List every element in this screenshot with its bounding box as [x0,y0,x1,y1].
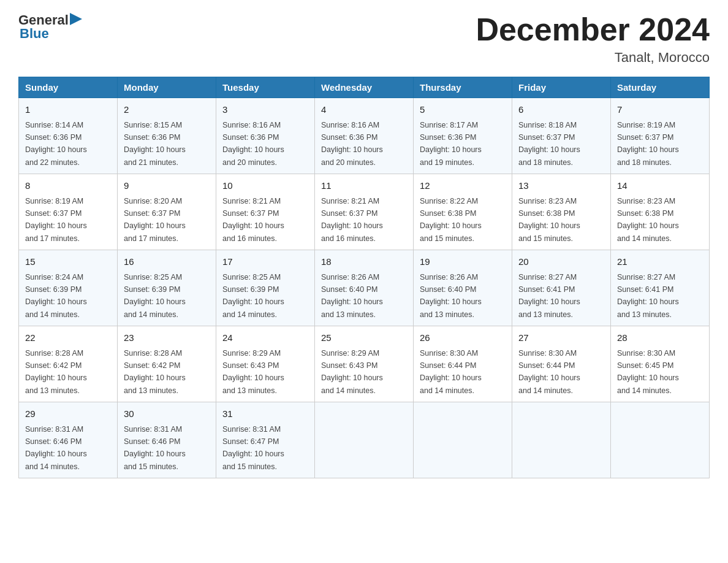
day-number: 13 [518,179,604,193]
day-info: Sunrise: 8:23 AMSunset: 6:38 PMDaylight:… [617,197,679,243]
day-number: 18 [321,255,407,269]
calendar-cell: 18Sunrise: 8:26 AMSunset: 6:40 PMDayligh… [315,250,414,326]
day-number: 31 [222,407,308,421]
day-number: 3 [222,103,308,117]
day-number: 28 [617,331,703,345]
weekday-header-thursday: Thursday [414,77,512,98]
calendar-cell [611,402,710,478]
day-info: Sunrise: 8:20 AMSunset: 6:37 PMDaylight:… [124,197,186,243]
day-info: Sunrise: 8:28 AMSunset: 6:42 PMDaylight:… [124,349,186,395]
day-number: 15 [25,255,111,269]
day-info: Sunrise: 8:16 AMSunset: 6:36 PMDaylight:… [321,121,383,167]
weekday-header-friday: Friday [512,77,611,98]
day-number: 19 [420,255,506,269]
calendar-cell: 15Sunrise: 8:24 AMSunset: 6:39 PMDayligh… [19,250,118,326]
calendar-cell: 26Sunrise: 8:30 AMSunset: 6:44 PMDayligh… [414,326,512,402]
calendar-cell: 28Sunrise: 8:30 AMSunset: 6:45 PMDayligh… [611,326,710,402]
day-number: 20 [518,255,604,269]
logo: General Blue [18,12,82,42]
day-info: Sunrise: 8:31 AMSunset: 6:47 PMDaylight:… [222,425,284,471]
calendar-cell: 27Sunrise: 8:30 AMSunset: 6:44 PMDayligh… [512,326,611,402]
day-info: Sunrise: 8:27 AMSunset: 6:41 PMDaylight:… [518,273,580,319]
svg-marker-0 [70,13,82,25]
day-number: 7 [617,103,703,117]
day-number: 21 [617,255,703,269]
day-info: Sunrise: 8:26 AMSunset: 6:40 PMDaylight:… [420,273,482,319]
day-info: Sunrise: 8:29 AMSunset: 6:43 PMDaylight:… [321,349,383,395]
day-number: 11 [321,179,407,193]
calendar-week-row: 22Sunrise: 8:28 AMSunset: 6:42 PMDayligh… [19,326,710,402]
calendar-cell: 31Sunrise: 8:31 AMSunset: 6:47 PMDayligh… [216,402,315,478]
weekday-header-wednesday: Wednesday [315,77,414,98]
day-info: Sunrise: 8:30 AMSunset: 6:44 PMDaylight:… [518,349,580,395]
calendar-cell: 2Sunrise: 8:15 AMSunset: 6:36 PMDaylight… [118,98,216,174]
calendar-cell: 23Sunrise: 8:28 AMSunset: 6:42 PMDayligh… [118,326,216,402]
weekday-header-sunday: Sunday [19,77,118,98]
calendar-cell [315,402,414,478]
calendar-cell: 6Sunrise: 8:18 AMSunset: 6:37 PMDaylight… [512,98,611,174]
calendar-cell: 29Sunrise: 8:31 AMSunset: 6:46 PMDayligh… [19,402,118,478]
day-info: Sunrise: 8:18 AMSunset: 6:37 PMDaylight:… [518,121,580,167]
day-info: Sunrise: 8:24 AMSunset: 6:39 PMDaylight:… [25,273,87,319]
day-number: 23 [124,331,210,345]
calendar-body: 1Sunrise: 8:14 AMSunset: 6:36 PMDaylight… [19,98,710,478]
day-number: 24 [222,331,308,345]
day-info: Sunrise: 8:30 AMSunset: 6:45 PMDaylight:… [617,349,679,395]
calendar-cell: 19Sunrise: 8:26 AMSunset: 6:40 PMDayligh… [414,250,512,326]
calendar-cell: 22Sunrise: 8:28 AMSunset: 6:42 PMDayligh… [19,326,118,402]
calendar-cell: 24Sunrise: 8:29 AMSunset: 6:43 PMDayligh… [216,326,315,402]
calendar-cell: 9Sunrise: 8:20 AMSunset: 6:37 PMDaylight… [118,174,216,250]
calendar-cell: 14Sunrise: 8:23 AMSunset: 6:38 PMDayligh… [611,174,710,250]
day-number: 22 [25,331,111,345]
calendar-week-row: 29Sunrise: 8:31 AMSunset: 6:46 PMDayligh… [19,402,710,478]
day-number: 26 [420,331,506,345]
logo-blue-text: Blue [18,26,82,42]
calendar-cell: 25Sunrise: 8:29 AMSunset: 6:43 PMDayligh… [315,326,414,402]
calendar-cell [414,402,512,478]
day-info: Sunrise: 8:25 AMSunset: 6:39 PMDaylight:… [124,273,186,319]
day-info: Sunrise: 8:30 AMSunset: 6:44 PMDaylight:… [420,349,482,395]
day-number: 9 [124,179,210,193]
day-info: Sunrise: 8:15 AMSunset: 6:36 PMDaylight:… [124,121,186,167]
calendar-cell: 30Sunrise: 8:31 AMSunset: 6:46 PMDayligh… [118,402,216,478]
day-info: Sunrise: 8:19 AMSunset: 6:37 PMDaylight:… [617,121,679,167]
day-number: 17 [222,255,308,269]
calendar-cell: 3Sunrise: 8:16 AMSunset: 6:36 PMDaylight… [216,98,315,174]
calendar-week-row: 1Sunrise: 8:14 AMSunset: 6:36 PMDaylight… [19,98,710,174]
logo-triangle-icon [70,13,82,25]
day-info: Sunrise: 8:31 AMSunset: 6:46 PMDaylight:… [25,425,87,471]
day-number: 12 [420,179,506,193]
month-title: December 2024 [476,12,710,47]
calendar-cell: 12Sunrise: 8:22 AMSunset: 6:38 PMDayligh… [414,174,512,250]
location-subtitle: Tanalt, Morocco [476,50,710,66]
day-info: Sunrise: 8:19 AMSunset: 6:37 PMDaylight:… [25,197,87,243]
calendar-cell: 17Sunrise: 8:25 AMSunset: 6:39 PMDayligh… [216,250,315,326]
day-info: Sunrise: 8:31 AMSunset: 6:46 PMDaylight:… [124,425,186,471]
day-number: 6 [518,103,604,117]
day-number: 30 [124,407,210,421]
day-number: 29 [25,407,111,421]
calendar-cell: 4Sunrise: 8:16 AMSunset: 6:36 PMDaylight… [315,98,414,174]
day-number: 10 [222,179,308,193]
day-number: 27 [518,331,604,345]
calendar-cell: 7Sunrise: 8:19 AMSunset: 6:37 PMDaylight… [611,98,710,174]
day-number: 2 [124,103,210,117]
day-info: Sunrise: 8:21 AMSunset: 6:37 PMDaylight:… [222,197,284,243]
day-number: 8 [25,179,111,193]
day-info: Sunrise: 8:14 AMSunset: 6:36 PMDaylight:… [25,121,87,167]
calendar-cell: 21Sunrise: 8:27 AMSunset: 6:41 PMDayligh… [611,250,710,326]
calendar-cell: 20Sunrise: 8:27 AMSunset: 6:41 PMDayligh… [512,250,611,326]
weekday-header-saturday: Saturday [611,77,710,98]
day-info: Sunrise: 8:25 AMSunset: 6:39 PMDaylight:… [222,273,284,319]
day-number: 16 [124,255,210,269]
calendar-cell: 13Sunrise: 8:23 AMSunset: 6:38 PMDayligh… [512,174,611,250]
calendar-cell: 11Sunrise: 8:21 AMSunset: 6:37 PMDayligh… [315,174,414,250]
calendar-cell [512,402,611,478]
day-info: Sunrise: 8:29 AMSunset: 6:43 PMDaylight:… [222,349,284,395]
day-info: Sunrise: 8:23 AMSunset: 6:38 PMDaylight:… [518,197,580,243]
calendar-week-row: 8Sunrise: 8:19 AMSunset: 6:37 PMDaylight… [19,174,710,250]
day-number: 14 [617,179,703,193]
calendar-header: SundayMondayTuesdayWednesdayThursdayFrid… [19,77,710,98]
calendar-table: SundayMondayTuesdayWednesdayThursdayFrid… [18,77,710,478]
weekday-header-monday: Monday [118,77,216,98]
